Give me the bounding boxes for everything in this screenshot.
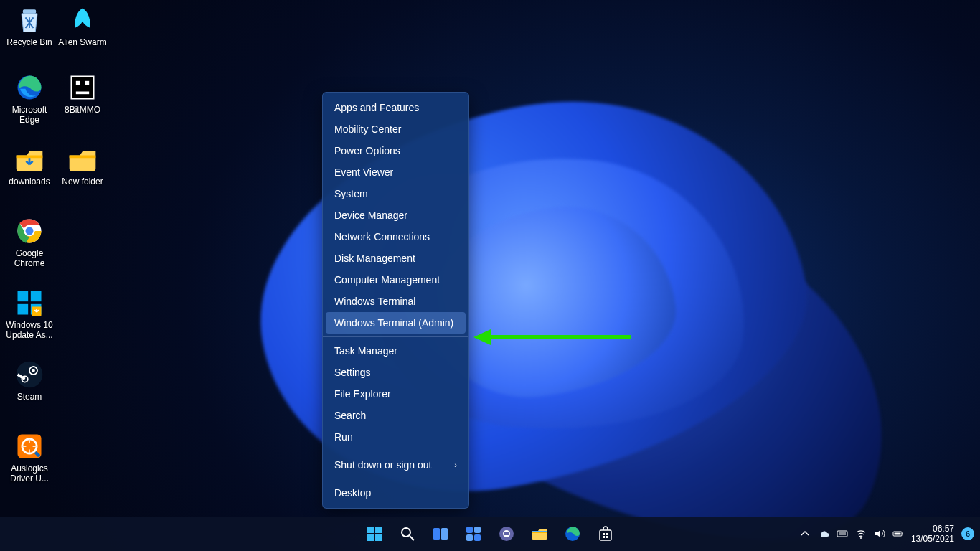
menu-item-device-manager[interactable]: Device Manager [323,204,468,226]
menu-item-label: Network Connections [334,231,430,242]
svg-rect-34 [474,534,481,541]
menu-item-search[interactable]: Search [323,405,468,426]
menu-item-label: Desktop [334,487,371,499]
downloads-icon [14,143,45,175]
volume-icon[interactable] [874,528,885,540]
battery-icon[interactable] [892,528,904,540]
win10-update-icon [14,287,45,319]
search-icon[interactable] [393,519,422,548]
desktop-icon-steam[interactable]: Steam [3,359,56,402]
taskbar-clock[interactable]: 06:57 13/05/2021 [911,524,954,544]
microsoft-edge-icon [14,72,45,103]
menu-item-network-connections[interactable]: Network Connections [323,226,468,248]
menu-item-label: Event Viewer [334,166,393,178]
menu-item-label: System [334,188,368,199]
svg-rect-52 [894,533,900,535]
task-view-icon[interactable] [426,519,455,548]
desktop-icon-google-chrome[interactable]: Google Chrome [3,215,56,268]
widgets-icon[interactable] [459,519,488,548]
svg-rect-33 [466,534,473,541]
notification-badge[interactable]: 6 [961,527,974,540]
svg-rect-24 [375,527,382,533]
svg-rect-41 [600,530,611,540]
start-button[interactable] [360,519,389,548]
menu-item-label: Task Manager [334,345,397,357]
file-explorer-icon[interactable] [525,519,554,548]
menu-item-label: Search [334,410,366,421]
onedrive-icon[interactable] [818,528,829,540]
winx-context-menu: Apps and FeaturesMobility CenterPower Op… [322,92,469,509]
menu-item-label: File Explorer [334,388,391,400]
desktop-icon-label: downloads [3,176,56,187]
desktop-icon-label: Recycle Bin [3,37,56,47]
desktop-icon-downloads[interactable]: downloads [3,143,56,187]
svg-rect-31 [466,527,473,533]
menu-item-disk-management[interactable]: Disk Management [323,248,468,269]
taskbar: 06:57 13/05/2021 6 [0,517,980,551]
menu-item-settings[interactable]: Settings [323,362,468,383]
svg-rect-39 [532,531,547,532]
desktop-icon-alien-swarm[interactable]: Alien Swarm [56,4,109,47]
menu-item-label: Mobility Center [334,123,401,135]
svg-rect-42 [603,533,605,535]
desktop-icon-label: Microsoft Edge [3,105,56,125]
desktop-icon-win10-update[interactable]: Windows 10 Update As... [3,287,56,340]
keyboard-icon[interactable] [837,528,848,540]
menu-item-windows-terminal-admin[interactable]: Windows Terminal (Admin) [326,312,466,334]
svg-rect-5 [85,81,90,85]
svg-rect-12 [18,304,29,315]
svg-rect-3 [72,77,93,98]
menu-item-event-viewer[interactable]: Event Viewer [323,161,468,183]
menu-item-mobility-center[interactable]: Mobility Center [323,118,468,140]
svg-rect-51 [902,533,903,534]
chat-icon[interactable] [492,519,521,548]
desktop-area[interactable]: Recycle Bin Alien Swarm Microsoft Edge 8… [0,0,980,551]
menu-item-windows-terminal[interactable]: Windows Terminal [323,291,468,312]
svg-rect-46 [837,531,847,537]
desktop-icon-auslogics[interactable]: Auslogics Driver U... [3,430,56,484]
svg-rect-6 [76,92,89,95]
menu-item-label: Power Options [334,145,400,156]
svg-point-17 [32,369,35,372]
menu-item-run[interactable]: Run [323,426,468,448]
menu-item-system[interactable]: System [323,183,468,204]
svg-point-49 [860,537,862,539]
menu-item-apps-and-features[interactable]: Apps and Features [323,97,468,118]
menu-item-label: Computer Management [334,274,440,286]
svg-rect-4 [76,81,80,85]
svg-rect-44 [603,536,605,538]
menu-separator [323,451,468,451]
svg-rect-43 [606,533,608,535]
menu-item-shut-down-or-sign-out[interactable]: Shut down or sign out› [323,454,468,476]
desktop-icon-label: Google Chrome [3,248,56,268]
menu-item-desktop[interactable]: Desktop [323,482,468,504]
steam-icon [14,359,45,390]
svg-line-28 [410,536,414,540]
desktop-icon-new-folder[interactable]: New folder [56,143,109,187]
menu-item-label: Apps and Features [334,102,419,113]
recycle-bin-icon [14,4,45,36]
menu-item-label: Shut down or sign out [334,459,431,471]
chevron-up-icon[interactable] [799,528,811,540]
menu-item-computer-management[interactable]: Computer Management [323,269,468,291]
desktop-icon-recycle-bin[interactable]: Recycle Bin [3,4,56,47]
svg-rect-45 [606,536,608,538]
auslogics-icon [14,430,45,462]
desktop-icon-microsoft-edge[interactable]: Microsoft Edge [3,72,56,125]
edge-icon[interactable] [558,519,587,548]
svg-rect-29 [433,528,440,540]
menu-item-file-explorer[interactable]: File Explorer [323,383,468,405]
svg-rect-23 [367,527,374,533]
desktop-icon-8bitmmo[interactable]: 8BitMMO [56,72,109,115]
svg-rect-37 [504,532,509,535]
desktop-icon-label: Windows 10 Update As... [3,320,56,340]
menu-item-label: Run [334,431,353,443]
menu-item-label: Windows Terminal (Admin) [334,317,453,329]
menu-item-task-manager[interactable]: Task Manager [323,340,468,362]
new-folder-icon [67,143,98,175]
wifi-icon[interactable] [855,528,867,540]
store-icon[interactable] [591,519,620,548]
menu-item-label: Windows Terminal [334,296,415,307]
desktop-icon-label: New folder [56,176,109,187]
menu-item-power-options[interactable]: Power Options [323,140,468,161]
